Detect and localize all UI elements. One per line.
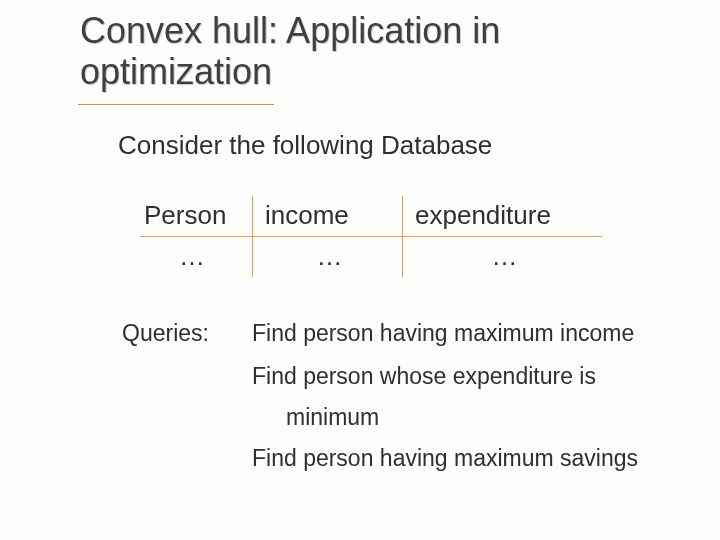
query-2-line: Find person whose expenditure is minimum bbox=[122, 363, 682, 431]
slide: Convex hull: Application in optimization… bbox=[0, 0, 720, 540]
table-row: … … … bbox=[140, 237, 602, 277]
queries-label-spacer bbox=[122, 363, 252, 390]
subtitle: Consider the following Database bbox=[118, 130, 492, 161]
title-underline bbox=[78, 104, 274, 105]
query-3-text: Find person having maximum savings bbox=[122, 445, 682, 472]
query-2-text-b: minimum bbox=[286, 404, 682, 431]
database-table: Person income expenditure … … … bbox=[140, 196, 602, 277]
page-title: Convex hull: Application in optimization bbox=[80, 10, 640, 93]
cell-expenditure: … bbox=[402, 237, 602, 277]
cell-person: … bbox=[140, 237, 252, 277]
queries-block: Queries:Find person having maximum incom… bbox=[122, 320, 682, 472]
col-header-expenditure: expenditure bbox=[402, 196, 602, 236]
query-1-line: Queries:Find person having maximum incom… bbox=[122, 320, 682, 347]
queries-label: Queries: bbox=[122, 320, 252, 347]
query-2-text-a: Find person whose expenditure is bbox=[252, 363, 596, 389]
col-header-income: income bbox=[252, 196, 402, 236]
query-1-text: Find person having maximum income bbox=[252, 320, 634, 346]
cell-income: … bbox=[252, 237, 402, 277]
col-header-person: Person bbox=[140, 196, 252, 236]
table-header-row: Person income expenditure bbox=[140, 196, 602, 237]
